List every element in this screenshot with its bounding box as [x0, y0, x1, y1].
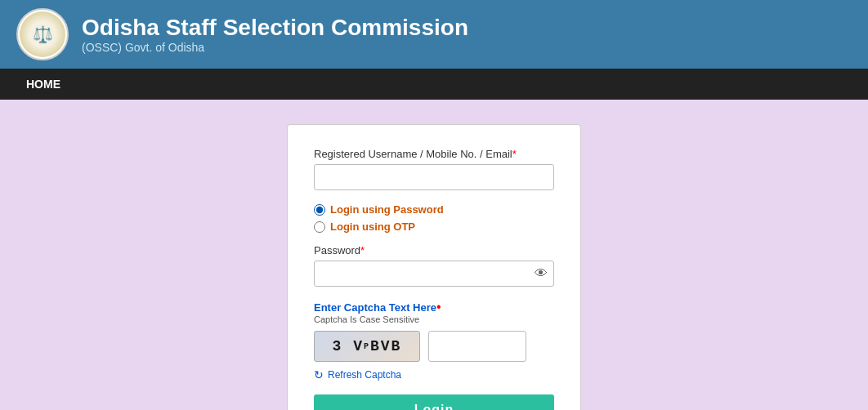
captcha-group: Enter Captcha Text Here• Captcha Is Case…	[314, 300, 554, 381]
login-otp-label: Login using OTP	[330, 221, 415, 233]
password-input[interactable]	[314, 261, 554, 287]
nav-home[interactable]: HOME	[16, 71, 70, 97]
refresh-captcha[interactable]: ↻ Refresh Captcha	[314, 368, 554, 381]
logo: ⚖️	[16, 8, 69, 60]
password-wrapper: 👁	[314, 261, 554, 287]
login-method-group: Login using Password Login using OTP	[314, 203, 554, 233]
header: ⚖️ Odisha Staff Selection Commission (OS…	[0, 0, 868, 69]
site-title: Odisha Staff Selection Commission	[82, 15, 468, 41]
password-group: Password* 👁	[314, 244, 554, 287]
login-otp-radio[interactable]	[314, 221, 325, 233]
username-group: Registered Username / Mobile No. / Email…	[314, 148, 554, 190]
navbar: HOME	[0, 69, 868, 100]
captcha-image: 3 VPBVB	[314, 331, 420, 362]
login-otp-option[interactable]: Login using OTP	[314, 221, 554, 233]
logo-emblem: ⚖️	[20, 11, 65, 57]
captcha-sublabel: Captcha Is Case Sensitive	[314, 314, 554, 324]
captcha-input[interactable]	[428, 331, 526, 362]
login-password-option[interactable]: Login using Password	[314, 203, 554, 216]
main-content: Registered Username / Mobile No. / Email…	[0, 100, 868, 410]
username-input[interactable]	[314, 164, 554, 190]
login-password-label: Login using Password	[330, 203, 444, 216]
header-text: Odisha Staff Selection Commission (OSSC)…	[82, 15, 468, 54]
captcha-row: 3 VPBVB	[314, 331, 554, 362]
refresh-icon: ↻	[314, 368, 324, 381]
password-label: Password*	[314, 244, 554, 256]
login-card: Registered Username / Mobile No. / Email…	[287, 124, 581, 410]
site-subtitle: (OSSC) Govt. of Odisha	[82, 41, 468, 54]
login-password-radio[interactable]	[314, 204, 325, 216]
username-label: Registered Username / Mobile No. / Email…	[314, 148, 554, 160]
login-button[interactable]: Login	[314, 394, 554, 410]
captcha-label: Enter Captcha Text Here•	[314, 300, 554, 314]
show-password-icon[interactable]: 👁	[535, 266, 548, 281]
refresh-captcha-label: Refresh Captcha	[328, 369, 401, 381]
